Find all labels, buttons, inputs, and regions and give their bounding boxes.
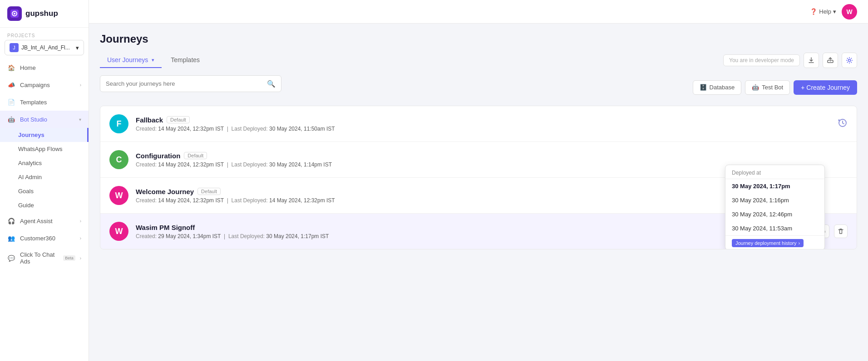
actions-bar: 🔍 🗄️ Database 🤖 Test Bot + Create Journe… xyxy=(100,75,857,99)
logo-icon xyxy=(7,6,22,21)
sidebar-nav: 🏠 Home 📣 Campaigns › 📄 Templates 🤖 Bot S… xyxy=(0,59,89,361)
sidebar-item-click-to-chat[interactable]: 💬 Click To Chat Ads Beta › xyxy=(0,247,89,269)
project-selector[interactable]: J JB_Int_AI_And_Fl... ▾ xyxy=(5,40,84,55)
click-to-chat-icon: 💬 xyxy=(7,254,15,262)
chevron-right-icon-c360: › xyxy=(80,236,81,241)
journey-item: F Fallback Default Created: 14 May 2024,… xyxy=(100,106,857,142)
agent-assist-icon: 🎧 xyxy=(7,217,15,225)
help-button[interactable]: ❓ Help ▾ xyxy=(810,8,836,15)
chevron-right-icon: › xyxy=(80,83,81,88)
home-icon: 🏠 xyxy=(7,63,15,72)
journey-badge: Default xyxy=(167,116,190,123)
bot-studio-icon: 🤖 xyxy=(7,115,15,123)
chevron-down-icon-bot: ▾ xyxy=(79,117,81,122)
sidebar-item-journeys[interactable]: Journeys xyxy=(0,128,89,142)
create-journey-button[interactable]: + Create Journey xyxy=(794,80,857,95)
settings-button[interactable] xyxy=(842,53,857,68)
journey-info: Wasim PM Signoff Created: 29 May 2024, 1… xyxy=(136,224,790,239)
deployed-popup-item[interactable]: 30 May 2024, 1:16pm xyxy=(725,193,824,207)
journeys-list: F Fallback Default Created: 14 May 2024,… xyxy=(100,106,857,249)
sidebar-item-goals[interactable]: Goals xyxy=(0,184,89,198)
logo: gupshup xyxy=(0,0,89,28)
tab-dropdown-icon: ▾ xyxy=(152,57,154,63)
toolbar-right: You are in developer mode xyxy=(723,53,857,68)
tabs-bar: User Journeys ▾ Templates You are in dev… xyxy=(100,53,857,68)
deployment-history-badge[interactable]: Journey deployment history › xyxy=(732,239,804,247)
deployed-at-header: Deployed at xyxy=(725,165,824,179)
page-title: Journeys xyxy=(100,33,857,45)
delete-button[interactable] xyxy=(834,224,848,238)
sidebar-item-templates[interactable]: 📄 Templates xyxy=(0,93,89,111)
action-buttons: 🗄️ Database 🤖 Test Bot + Create Journey xyxy=(693,80,857,95)
journey-meta: Created: 14 May 2024, 12:32pm IST | Last… xyxy=(136,126,830,132)
journey-info: Fallback Default Created: 14 May 2024, 1… xyxy=(136,116,830,132)
sidebar-item-ai-admin[interactable]: AI Admin xyxy=(0,170,89,184)
tabs: User Journeys ▾ Templates xyxy=(100,53,207,68)
sidebar-item-guide[interactable]: Guide xyxy=(0,198,89,212)
database-button[interactable]: 🗄️ Database xyxy=(693,80,742,95)
project-icon: J xyxy=(10,43,19,52)
page-content: Journeys User Journeys ▾ Templates You a… xyxy=(89,24,868,361)
svg-point-3 xyxy=(848,59,851,62)
deployed-popup-footer: Journey deployment history › xyxy=(725,235,824,249)
search-bar: 🔍 xyxy=(100,75,281,92)
main-content: ❓ Help ▾ W Journeys User Journeys ▾ Temp… xyxy=(89,0,868,361)
topbar: ❓ Help ▾ W xyxy=(89,0,868,24)
customer360-icon: 👥 xyxy=(7,234,15,242)
search-icon: 🔍 xyxy=(267,80,276,88)
sidebar-item-bot-studio[interactable]: 🤖 Bot Studio ▾ xyxy=(0,111,89,128)
journey-badge: Default xyxy=(197,188,221,195)
journey-meta: Created: 29 May 2024, 1:34pm IST | Last … xyxy=(136,233,790,239)
svg-point-2 xyxy=(14,13,15,15)
avatar: W xyxy=(109,222,128,241)
campaigns-icon: 📣 xyxy=(7,81,15,89)
journey-name: Fallback Default xyxy=(136,116,830,124)
deployed-popup-item[interactable]: 30 May 2024, 11:53am xyxy=(725,221,824,235)
chevron-right-icon-ctc: › xyxy=(80,256,81,261)
sidebar-item-customer360[interactable]: 👥 Customer360 › xyxy=(0,229,89,247)
chevron-right-icon-agent: › xyxy=(80,219,81,224)
sidebar-item-analytics[interactable]: Analytics xyxy=(0,156,89,170)
test-bot-button[interactable]: 🤖 Test Bot xyxy=(745,80,790,95)
help-circle-icon: ❓ xyxy=(810,8,817,15)
avatar: F xyxy=(109,114,128,133)
deployment-history-button[interactable] xyxy=(838,118,848,130)
deployed-popup-item[interactable]: 30 May 2024, 1:17pm xyxy=(725,179,824,193)
sidebar-item-whatsapp-flows[interactable]: WhatsApp Flows xyxy=(0,142,89,156)
avatar: C xyxy=(109,150,128,169)
journey-item: C Configuration Default Created: 14 May … xyxy=(100,142,857,178)
share-button[interactable] xyxy=(823,53,838,68)
topbar-right: ❓ Help ▾ W xyxy=(810,4,857,20)
database-icon: 🗄️ xyxy=(700,84,707,91)
chevron-down-icon: ▾ xyxy=(76,44,79,51)
journey-name: Configuration Default xyxy=(136,152,840,160)
sidebar-item-agent-assist[interactable]: 🎧 Agent Assist › xyxy=(0,212,89,229)
deployed-at-popup: Deployed at 30 May 2024, 1:17pm 30 May 2… xyxy=(725,165,825,249)
projects-label: PROJECTS xyxy=(0,28,89,40)
sidebar-item-home[interactable]: 🏠 Home xyxy=(0,59,89,76)
journey-name: Wasim PM Signoff xyxy=(136,224,790,231)
deployed-popup-list: 30 May 2024, 1:17pm 30 May 2024, 1:16pm … xyxy=(725,179,824,235)
user-avatar[interactable]: W xyxy=(842,4,857,20)
search-input[interactable] xyxy=(106,76,263,92)
arrow-icon: › xyxy=(799,240,800,246)
sidebar-item-campaigns[interactable]: 📣 Campaigns › xyxy=(0,76,89,93)
download-button[interactable] xyxy=(804,53,819,68)
test-bot-icon: 🤖 xyxy=(752,84,759,91)
project-name: JB_Int_AI_And_Fl... xyxy=(21,44,73,51)
templates-icon: 📄 xyxy=(7,98,15,106)
tab-templates[interactable]: Templates xyxy=(163,53,207,68)
logo-text: gupshup xyxy=(25,9,58,18)
tab-user-journeys[interactable]: User Journeys ▾ xyxy=(100,53,162,68)
avatar: W xyxy=(109,186,128,205)
deployed-popup-item[interactable]: 30 May 2024, 12:46pm xyxy=(725,207,824,221)
help-chevron-icon: ▾ xyxy=(833,8,836,15)
dev-mode-label: You are in developer mode xyxy=(723,54,800,66)
sidebar: gupshup PROJECTS J JB_Int_AI_And_Fl... ▾… xyxy=(0,0,89,361)
journey-badge: Default xyxy=(184,152,207,159)
journey-actions xyxy=(838,118,848,130)
